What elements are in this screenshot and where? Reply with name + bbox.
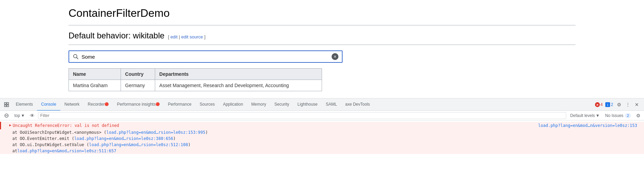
tab-recorder[interactable]: Recorder 🔴 [84,98,113,111]
tab-performance[interactable]: Performance [164,98,196,111]
svg-rect-2 [4,103,6,104]
toolbar-right: Default levels ▼ No Issues 2 ⚙ [569,113,641,119]
table-header-row: Name Country Departments [69,69,322,80]
tab-application[interactable]: Application [219,98,247,111]
error-badge: ✕ 4 [595,102,603,107]
error-circle-icon: ✕ [595,102,600,107]
stack-line-3: at load.php?lang=en&mod…rsion=le0sz:511:… [0,148,644,154]
tab-lighthouse[interactable]: Lighthouse [293,98,322,111]
search-icon [73,54,79,60]
dropdown-arrow-icon: ▼ [21,113,25,118]
devtools-toolbar: top ▼ 👁 Default levels ▼ No Issues 2 ⚙ [0,111,644,120]
edit-source-link[interactable]: edit source [181,34,203,39]
tab-elements[interactable]: Elements [12,98,37,111]
context-selector[interactable]: top ▼ [13,113,26,119]
settings-console-icon[interactable]: ⚙ [635,113,641,119]
col-header-country: Country [121,69,155,80]
tab-console[interactable]: Console [37,98,60,111]
svg-line-1 [76,57,78,59]
tab-saml[interactable]: SAML [322,98,341,111]
svg-rect-4 [4,105,6,107]
tab-axe-devtools[interactable]: axe DevTools [341,98,374,111]
svg-rect-3 [7,103,9,104]
tab-network[interactable]: Network [60,98,84,111]
wiki-table: Name Country Departments Martina GrahamG… [69,68,322,91]
console-output: ▶ Uncaught ReferenceError: val is not de… [0,120,644,174]
tab-memory[interactable]: Memory [247,98,270,111]
stack-line-0: at OoUiSearchInputWidget.<anonymous> (lo… [0,129,644,135]
svg-text:i: i [607,103,608,106]
section-header: Default behavior: wikitable [ edit | edi… [69,31,575,42]
clear-console-button[interactable] [3,113,10,119]
title-divider [69,25,575,25]
section-links: [ edit | edit source ] [168,34,206,39]
search-container: × [69,50,343,63]
levels-arrow-icon: ▼ [596,113,600,118]
table-row: Martina GrahamGermanyAsset Management, R… [69,80,322,91]
svg-text:✕: ✕ [596,103,599,106]
no-issues-badge: No Issues 2 [605,113,631,118]
stack-link-2[interactable]: load.php?lang=en&mod…rsion=le0sz:512:108 [89,142,188,147]
stack-line-1: at OO.EventEmitter.emit (load.php?lang=e… [0,135,644,142]
devtools-panel: Elements Console Network Recorder 🔴 Perf… [0,98,644,174]
close-devtools-icon[interactable]: ✕ [634,102,640,108]
table-cell: Martina Graham [69,80,121,91]
error-expand-icon[interactable]: ▶ [9,123,11,127]
settings-icon[interactable]: ⚙ [616,102,622,108]
issues-count: 2 [625,113,631,118]
table-cell: Germany [121,80,155,91]
error-message: Uncaught ReferenceError: val is not defi… [13,123,119,128]
levels-dropdown[interactable]: Default levels ▼ [569,113,601,119]
devtools-tabs: Elements Console Network Recorder 🔴 Perf… [0,98,644,111]
tab-security[interactable]: Security [270,98,293,111]
edit-link[interactable]: edit [170,34,177,39]
warn-icon: i [605,102,610,107]
col-header-name: Name [69,69,121,80]
devtools-left-icons [1,102,12,108]
search-input[interactable] [82,54,329,60]
svg-rect-5 [7,105,9,107]
search-input-wrapper: × [69,50,343,63]
console-error-main: ▶ Uncaught ReferenceError: val is not de… [0,122,644,129]
warn-badge: i 2 [605,102,613,107]
stack-line-2: at OO.ui.InputWidget.setValue (load.php?… [0,142,644,148]
tab-performance-insights[interactable]: Performance insights 🔴 [113,98,164,111]
eye-icon[interactable]: 👁 [29,113,35,119]
col-header-departments: Departments [155,69,322,80]
stack-link-1[interactable]: load.php?lang=en&mod…rsion=le0sz:380:656 [74,136,173,141]
stack-link-0[interactable]: load.php?lang=en&mod…rsion=le0sz:153:995 [107,130,206,135]
clear-button[interactable]: × [332,53,338,60]
stack-link-3[interactable]: load.php?lang=en&mod…rsion=le0sz:511:657 [17,149,116,153]
error-source-link[interactable]: load.php?lang=en&mod…n&version=le0sz:153 [538,123,641,128]
clear-icon [4,113,9,118]
svg-point-0 [74,55,77,58]
filter-input[interactable] [38,112,566,119]
table-cell: Asset Management, Research and Developme… [155,80,322,91]
page-title: ContainerFilterDemo [69,7,575,20]
tab-sources[interactable]: Sources [196,98,219,111]
main-content: ContainerFilterDemo Default behavior: wi… [0,0,644,98]
more-options-icon[interactable]: ⋮ [625,102,631,108]
devtools-right-icons: ✕ 4 i 2 ⚙ ⋮ ✕ [595,102,643,108]
inspect-icon[interactable] [3,102,10,108]
section-divider [69,45,575,45]
section-title: Default behavior: wikitable [69,31,164,40]
